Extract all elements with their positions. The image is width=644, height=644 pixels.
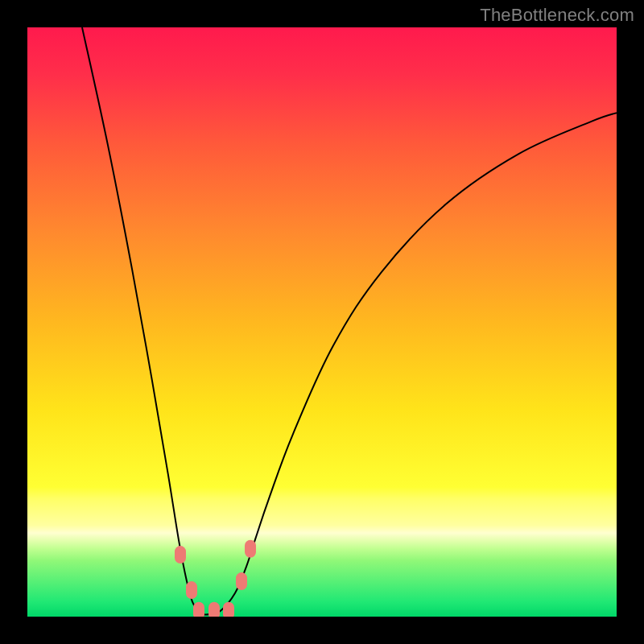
chart-frame: TheBottleneck.com <box>0 0 644 644</box>
valley-marker <box>186 581 197 599</box>
bottleneck-curve <box>82 27 617 615</box>
valley-marker <box>223 602 234 617</box>
valley-marker <box>193 602 204 617</box>
valley-marker <box>236 572 247 590</box>
curve-layer <box>27 27 617 617</box>
valley-marker <box>245 540 256 558</box>
plot-area <box>27 27 617 617</box>
watermark-text: TheBottleneck.com <box>480 5 634 26</box>
valley-marker <box>175 546 186 564</box>
valley-marker <box>208 602 220 617</box>
